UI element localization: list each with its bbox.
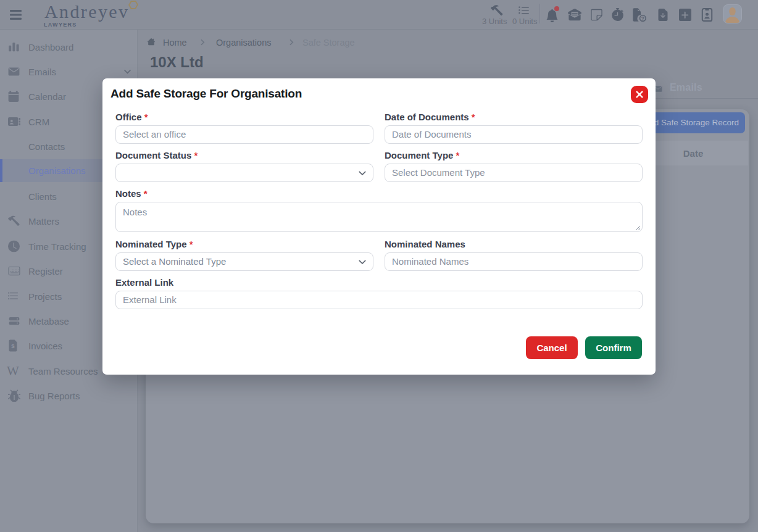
svg-text:$: $ — [11, 343, 15, 349]
svg-text:?: ? — [641, 15, 644, 22]
